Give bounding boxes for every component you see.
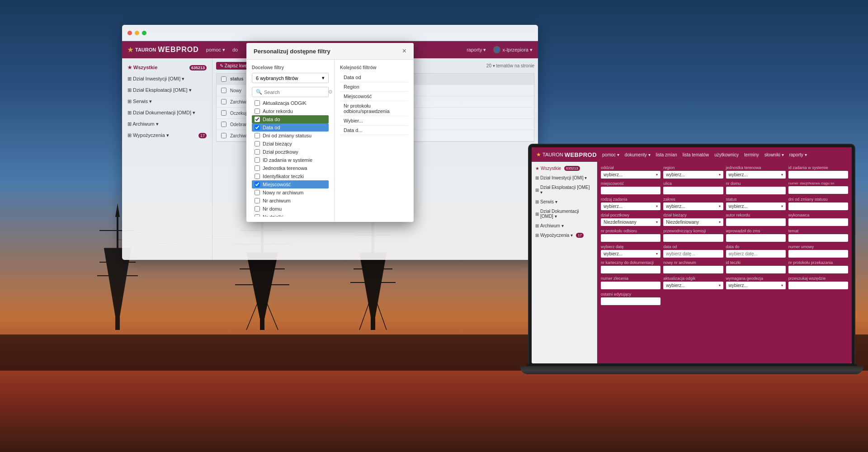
filter-nowyarch-input[interactable] — [663, 266, 723, 273]
nav-uzytkownicy-link[interactable]: użytkownicy — [714, 152, 739, 157]
filter-przewodniczacy-input[interactable] — [663, 234, 723, 242]
filter-count-dropdown[interactable]: 6 wybranych filtrów ▾ — [252, 73, 329, 83]
filter-numerumowy-input[interactable] — [788, 250, 848, 258]
filter-status-value: wybierz... — [729, 204, 748, 209]
filter-item-miejscowosc[interactable]: Miejscowość — [252, 180, 329, 188]
order-item-region[interactable]: Region — [340, 82, 408, 92]
filter-checkbox-dni[interactable] — [255, 133, 260, 138]
filter-numerstacji-input[interactable] — [788, 186, 848, 194]
order-item-miejscowosc[interactable]: Miejscowość — [340, 92, 408, 101]
laptop-base — [520, 366, 863, 374]
order-item-nr-protokolu[interactable]: Nr protokołu odbioru/sprawdzenia — [340, 101, 408, 116]
nav-pomoc-link[interactable]: pomoc ▾ — [602, 152, 619, 157]
order-item-wybier[interactable]: Wybier... — [340, 116, 408, 126]
filter-rodzajzadania-select[interactable]: wybierz... ▾ — [601, 202, 660, 210]
filter-ostatniedytujacy-input[interactable] — [601, 297, 660, 305]
sidebar-dokumentacji-item[interactable]: ⊞ Dział Dokumentacji [OMD] ▾ — [532, 207, 597, 221]
filter-dzialbiezacy-select[interactable]: Niezdefiniowany ▾ — [663, 218, 723, 226]
filter-checkbox-dzialpoczatkowy[interactable] — [255, 149, 260, 155]
nav-lista-tematow-link[interactable]: lista tematów — [683, 152, 709, 157]
filter-search-input[interactable] — [264, 89, 326, 95]
sidebar-serwis-item[interactable]: ⊞ Serwis ▾ — [532, 197, 597, 207]
nav-slowniki-link[interactable]: słowniki ▾ — [764, 152, 784, 157]
filter-item-identyfikator[interactable]: Identyfikator teczki — [252, 172, 329, 180]
filter-item-id-zadania[interactable]: ID zadania w systemie — [252, 156, 329, 164]
modal-right-panel: Kolejność filtrów Data od Region Miejsco… — [335, 60, 414, 222]
filter-dniodzmianystatus-input[interactable] — [788, 202, 848, 210]
personalize-filters-modal[interactable]: Personalizuj dostępne filtry × Docelowe … — [246, 43, 414, 222]
filter-item-jednostka[interactable]: Jednostka terenowa — [252, 164, 329, 172]
filter-nrprotprzekazania-input[interactable] — [788, 266, 848, 273]
filter-checkbox-jednostka[interactable] — [255, 165, 260, 171]
filter-autorrekordu-input[interactable] — [726, 218, 786, 226]
filter-wprowadzil-input[interactable] — [726, 234, 786, 242]
filter-wymaganageodezja-select[interactable]: wybierz... ▾ — [726, 282, 786, 289]
filter-nowyarch-cell: nowy nr archiwum — [663, 260, 723, 273]
filter-checkbox-nrdzialki[interactable] — [255, 214, 260, 217]
filter-item-nr-arch[interactable]: Nr archiwum — [252, 197, 329, 205]
filter-item-nr-domu[interactable]: Nr domu — [252, 205, 329, 213]
filter-checkbox-nrdomu[interactable] — [255, 206, 260, 212]
filter-checkbox-aktualizacja[interactable] — [255, 100, 260, 106]
filter-nrprotodbioru-input[interactable] — [601, 234, 660, 242]
filter-item-dataod[interactable]: Data od — [252, 123, 329, 132]
filter-item-nowy-nr-arch[interactable]: Nowy nr archiwum — [252, 188, 329, 197]
filter-wybierzdate-select[interactable]: wybierz... ▾ — [601, 250, 660, 258]
filter-item-aktualizacja[interactable]: Aktualizacja ODGiK — [252, 99, 329, 107]
filter-przeszukajwsz-input[interactable] — [788, 282, 848, 289]
filter-wykonawca-input[interactable] — [788, 218, 848, 226]
nav-raporty-link[interactable]: raporty ▾ — [789, 152, 807, 157]
filter-status-select[interactable]: wybierz... ▾ — [726, 202, 786, 210]
filter-checkbox-datado[interactable] — [255, 117, 260, 122]
sidebar-inwestycji-item[interactable]: ⊞ Dział Inwestycji [OMI] ▾ — [532, 173, 597, 183]
filter-numerzlecenia-input[interactable] — [601, 282, 660, 289]
filter-nrdomu-input[interactable] — [726, 187, 786, 194]
filter-item-dzial-poczatkowy[interactable]: Dział pocztkowy — [252, 148, 329, 156]
all-count-badge: 635213 — [564, 166, 580, 171]
filter-checkbox-autor[interactable] — [255, 108, 260, 114]
filter-item-autor[interactable]: Autor rekordu — [252, 107, 329, 115]
filter-checkbox-identyfikator[interactable] — [255, 174, 260, 179]
modal-close-button[interactable]: × — [402, 47, 406, 55]
nav-dokumenty-link[interactable]: dokumenty ▾ — [625, 152, 651, 157]
nav-lista-zmian-link[interactable]: lista zmian — [656, 152, 677, 157]
filters-grid: oddział wybierz... ▾ region wybierz... ▾ — [601, 165, 848, 305]
filter-idteczki-input[interactable] — [726, 266, 786, 273]
filter-checkbox-dataod[interactable] — [255, 125, 260, 130]
filter-checkbox-nowyarch[interactable] — [255, 190, 260, 195]
filter-region-select[interactable]: wybierz... ▾ — [663, 171, 723, 179]
sidebar-archiwum-item[interactable]: ⊞ Archiwum ▾ — [532, 221, 597, 231]
filter-miejscowosc-input[interactable] — [601, 187, 660, 194]
filter-dzialpoczatkowy-select[interactable]: Niezdefiniowany ▾ — [601, 218, 660, 226]
filter-datado-input[interactable] — [726, 250, 786, 258]
filter-oddzial-value: wybierz... — [604, 172, 623, 177]
filter-autorrekordu-cell: autor rekordu — [726, 213, 786, 226]
sidebar-all-item[interactable]: ★ Wszystkie 635213 — [532, 164, 597, 173]
filter-idzadania-input[interactable] — [788, 171, 848, 179]
filter-item-dni[interactable]: Dni od zmiany statusu — [252, 132, 329, 140]
filter-aktualizacjaodgik-select[interactable]: wybierz... ▾ — [663, 282, 723, 289]
filter-oddzial-select[interactable]: wybierz... ▾ — [601, 171, 660, 179]
grid-icon-2: ⊞ — [535, 188, 539, 193]
order-item-datad[interactable]: Data d... — [340, 126, 408, 135]
filter-ulica-input[interactable] — [663, 187, 723, 194]
filter-item-datado[interactable]: Data do — [252, 115, 329, 123]
svg-rect-2 — [115, 249, 120, 330]
filter-checkbox-dzialbiezacy[interactable] — [255, 141, 260, 146]
filter-dataod-input[interactable] — [663, 250, 723, 258]
sidebar-eksploatacji-item[interactable]: ⊞ Dział Eksploatacji [OME] ▾ — [532, 183, 597, 197]
filter-jednostka-value: wybierz... — [729, 172, 748, 177]
filter-zakres-select[interactable]: wybierz... ▾ — [663, 202, 723, 210]
order-item-dataod[interactable]: Data od — [340, 73, 408, 82]
filter-item-dzial-biezacy[interactable]: Dział bieżący — [252, 140, 329, 148]
sidebar-wypozyczenia-item[interactable]: ⊞ Wypożyczenia ▾ 17 — [532, 231, 597, 240]
filter-nrkarteczny-input[interactable] — [601, 266, 660, 273]
filter-checkbox-miejscowosc[interactable] — [255, 182, 260, 187]
filter-item-nr-dzialki[interactable]: Nr działki — [252, 213, 329, 217]
filter-jednostka-select[interactable]: wybierz... ▾ — [726, 171, 786, 179]
filter-checkbox-idzadania[interactable] — [255, 157, 260, 163]
nav-terminy-link[interactable]: terminy — [744, 152, 759, 157]
filter-checkbox-nrarch[interactable] — [255, 198, 260, 203]
order-filters-label: Kolejność filtrów — [340, 65, 408, 70]
filter-temat-input[interactable] — [788, 234, 848, 242]
